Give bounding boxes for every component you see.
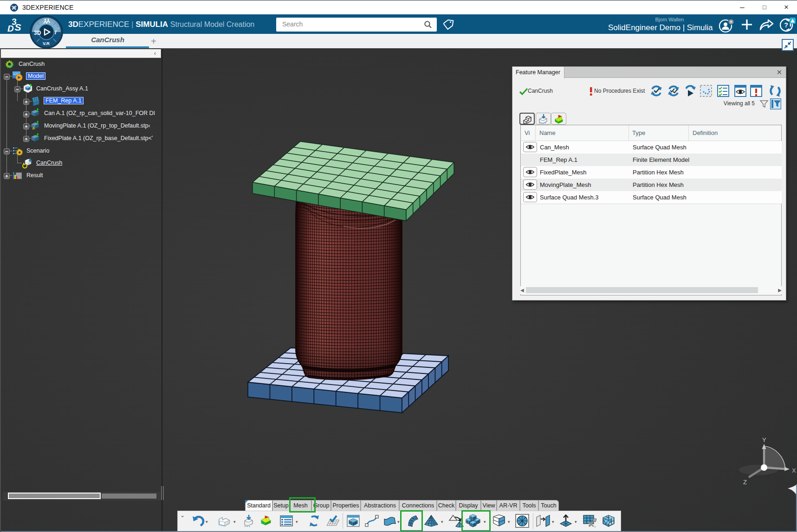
svg-text:1: 1 — [609, 516, 611, 519]
svg-text:3: 3 — [605, 519, 607, 523]
svg-text:Y: Y — [762, 436, 766, 443]
svg-text:V.R: V.R — [43, 41, 50, 46]
svg-text:Z: Z — [743, 479, 747, 486]
svg-text:4: 4 — [607, 521, 609, 524]
svg-text:5: 5 — [609, 522, 611, 526]
svg-text:X: X — [792, 467, 796, 474]
svg-text:3D: 3D — [34, 30, 41, 36]
svg-text:2: 2 — [612, 518, 614, 521]
svg-text:6: 6 — [612, 521, 614, 524]
svg-text:?: ? — [784, 21, 788, 29]
svg-text:D: D — [7, 24, 14, 33]
svg-text:S: S — [15, 22, 21, 32]
